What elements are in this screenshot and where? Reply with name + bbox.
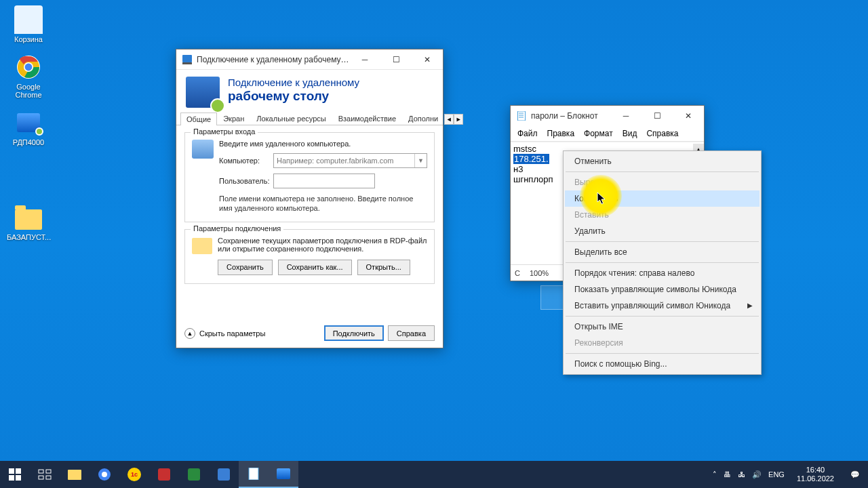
- taskbar-app-icon[interactable]: [149, 461, 179, 488]
- rdp-window: Подключение к удаленному рабочему с... ─…: [176, 49, 443, 348]
- svg-rect-15: [46, 470, 51, 473]
- ctx-insert-unicode[interactable]: Вставить управляющий символ Юникода▶: [565, 298, 760, 314]
- tabs-scroll-left[interactable]: ◄: [444, 114, 454, 125]
- svg-rect-12: [9, 475, 14, 481]
- ctx-sep: [566, 241, 759, 242]
- svg-rect-14: [39, 470, 43, 473]
- ctx-sep: [566, 262, 759, 263]
- folder-icon: [192, 238, 212, 254]
- chevron-down-icon[interactable]: ▼: [414, 154, 427, 167]
- tab-advanced[interactable]: Дополни: [402, 112, 444, 125]
- connection-desc: Сохранение текущих параметров подключени…: [218, 237, 427, 253]
- ctx-copy[interactable]: Копировать: [565, 190, 760, 207]
- rdp-maximize-button[interactable]: ☐: [380, 49, 412, 70]
- notepad-menubar: Файл Правка Формат Вид Справка: [511, 126, 704, 142]
- taskbar-rdp-icon[interactable]: [269, 461, 298, 488]
- taskbar-app2-icon[interactable]: [179, 461, 209, 488]
- pc-icon: [192, 140, 214, 159]
- notepad-minimize-button[interactable]: ─: [610, 106, 642, 126]
- rdp4000-label: РДП4000: [7, 138, 50, 146]
- notepad-close-button[interactable]: ✕: [673, 106, 704, 126]
- hide-options-toggle[interactable]: ▲ Скрыть параметры: [184, 328, 265, 339]
- notepad-maximize-button[interactable]: ☐: [642, 106, 673, 126]
- svg-rect-13: [16, 475, 21, 481]
- tray-language[interactable]: ENG: [768, 470, 785, 479]
- text-line: mstsc: [513, 144, 536, 154]
- recycle-bin-icon[interactable]: Корзина: [7, 5, 50, 43]
- ctx-delete[interactable]: Удалить: [565, 223, 760, 239]
- menu-view[interactable]: Вид: [618, 127, 642, 140]
- save-button[interactable]: Сохранить: [218, 260, 273, 275]
- status-col-label: С: [515, 269, 520, 277]
- notepad-titlebar[interactable]: пароли – Блокнот ─ ☐ ✕: [511, 106, 704, 126]
- save-as-button[interactable]: Сохранить как...: [278, 260, 352, 275]
- computer-label: Компьютер:: [219, 157, 269, 165]
- rdp-close-button[interactable]: ✕: [412, 49, 443, 70]
- rdp-minimize-button[interactable]: ─: [349, 49, 380, 70]
- rdp-title-icon: [182, 54, 193, 65]
- menu-edit[interactable]: Правка: [543, 127, 579, 140]
- taskbar-1c-icon[interactable]: 1c: [119, 461, 149, 488]
- taskbar-chrome-icon[interactable]: [90, 461, 119, 488]
- folder-bazapust-icon[interactable]: БАЗАПУСТ...: [7, 203, 50, 241]
- ctx-undo[interactable]: Отменить: [565, 153, 760, 169]
- tab-experience[interactable]: Взаимодействие: [332, 112, 402, 125]
- start-button[interactable]: [0, 461, 30, 488]
- rdp-titlebar[interactable]: Подключение к удаленному рабочему с... ─…: [176, 49, 443, 70]
- login-groupbox: Параметры входа Введите имя удаленного к…: [184, 132, 435, 222]
- chrome-label: Google Chrome: [7, 83, 50, 99]
- desktop: Корзина Google Chrome РДП4000 БАЗАПУСТ..…: [0, 0, 868, 488]
- taskbar-notepad-icon[interactable]: [239, 461, 269, 488]
- tray-printer-icon[interactable]: 🖶: [724, 470, 731, 479]
- ctx-sep: [566, 316, 759, 317]
- computer-combobox[interactable]: Например: computer.fabrikam.com ▼: [273, 153, 427, 168]
- tab-general[interactable]: Общие: [180, 113, 217, 125]
- menu-help[interactable]: Справка: [642, 127, 682, 140]
- rdp-banner-title: Подключение к удаленномурабочему столу: [228, 77, 359, 108]
- open-button[interactable]: Открыть...: [357, 260, 410, 275]
- connection-legend: Параметры подключения: [191, 224, 283, 232]
- connection-groupbox: Параметры подключения Сохранение текущих…: [184, 229, 435, 284]
- chrome-icon[interactable]: Google Chrome: [7, 53, 50, 99]
- help-button[interactable]: Справка: [388, 325, 435, 341]
- tray-network-icon[interactable]: 🖧: [738, 470, 745, 479]
- rdp-bottom-bar: ▲ Скрыть параметры Подключить Справка: [184, 325, 435, 341]
- ctx-select-all[interactable]: Выделить все: [565, 244, 760, 260]
- computer-placeholder: Например: computer.fabrikam.com: [277, 157, 394, 165]
- menu-file[interactable]: Файл: [513, 127, 542, 140]
- chevron-up-icon: ▲: [184, 328, 195, 339]
- taskbar-explorer-icon[interactable]: [60, 461, 90, 488]
- tabs-scroll-right[interactable]: ►: [454, 114, 463, 125]
- ctx-rtl-order[interactable]: Порядок чтения: справа налево: [565, 265, 760, 281]
- ctx-show-unicode[interactable]: Показать управляющие символы Юникода: [565, 281, 760, 298]
- taskbar-app3-icon[interactable]: [209, 461, 239, 488]
- rdp4000-icon[interactable]: РДП4000: [7, 108, 50, 146]
- user-input[interactable]: [273, 174, 375, 188]
- ctx-bing-search[interactable]: Поиск с помощью Bing...: [565, 356, 760, 372]
- ctx-cut: Вырезать: [565, 174, 760, 190]
- svg-rect-20: [249, 468, 258, 480]
- text-line-selected: 178.251.: [513, 154, 549, 164]
- tray-expand-icon[interactable]: ˄: [713, 470, 717, 479]
- tab-display[interactable]: Экран: [217, 112, 250, 125]
- svg-point-19: [102, 472, 107, 477]
- taskbar-clock[interactable]: 16:40 11.06.2022: [791, 466, 840, 483]
- desktop-selection-tile: [540, 285, 565, 310]
- menu-format[interactable]: Формат: [580, 127, 617, 140]
- status-zoom: 100%: [530, 269, 549, 277]
- ctx-paste: Вставить: [565, 207, 760, 223]
- ctx-open-ime[interactable]: Открыть IME: [565, 319, 760, 335]
- action-center-icon[interactable]: 💬: [846, 470, 864, 479]
- recycle-bin-label: Корзина: [7, 35, 50, 43]
- rdp-tabs: Общие Экран Локальные ресурсы Взаимодейс…: [176, 112, 443, 125]
- tab-local-resources[interactable]: Локальные ресурсы: [250, 112, 332, 125]
- ctx-sep: [566, 171, 759, 172]
- connect-button[interactable]: Подключить: [324, 325, 384, 341]
- system-tray: ˄ 🖶 🖧 🔊 ENG 16:40 11.06.2022 💬: [713, 466, 868, 483]
- notepad-title-text: пароли – Блокнот: [531, 111, 610, 121]
- svg-point-3: [25, 64, 33, 71]
- task-view-button[interactable]: [30, 461, 60, 488]
- rdp-header-banner: Подключение к удаленномурабочему столу: [176, 70, 443, 112]
- hide-options-label: Скрыть параметры: [199, 329, 265, 338]
- tray-volume-icon[interactable]: 🔊: [752, 470, 762, 479]
